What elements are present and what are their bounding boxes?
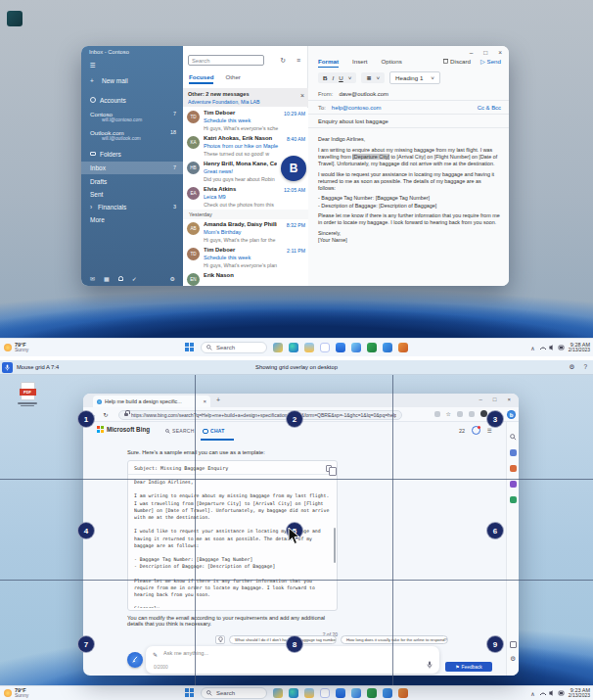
grid-cell-6[interactable]: 6 (486, 522, 504, 539)
minimize-button[interactable]: – (470, 49, 474, 56)
tab-options[interactable]: Options (381, 58, 401, 68)
tab-insert[interactable]: Insert (352, 58, 367, 68)
chevron-down-icon[interactable]: ˅ (374, 74, 382, 81)
refresh-button[interactable]: ↻ (103, 411, 108, 418)
suggestion-chip[interactable]: What should I do if I don't have the bag… (229, 635, 337, 644)
tray-chevron-icon[interactable]: ∧ (530, 345, 534, 351)
message-row[interactable]: EN Erik Nason (183, 270, 308, 286)
taskbar-icon-teams-chat[interactable] (320, 343, 330, 352)
close-button[interactable]: × (507, 397, 511, 402)
taskbar-icon-excel[interactable] (367, 343, 377, 352)
rewards-points[interactable]: 22 (459, 428, 465, 434)
sidebar-search-icon[interactable] (510, 434, 517, 441)
start-button[interactable] (185, 688, 195, 698)
taskbar-icon-store[interactable] (336, 343, 345, 352)
taskbar-clock[interactable]: 9:28 AM2/13/2023 (569, 342, 590, 353)
tab-search[interactable]: SEARCH (165, 428, 195, 434)
tab-focused[interactable]: Focused (189, 73, 213, 84)
filter-icon[interactable]: ≡ (296, 57, 300, 64)
bing-sidebar-button[interactable]: b (507, 410, 516, 419)
taskbar-icon-edge[interactable] (289, 688, 298, 698)
desktop-pdf-file[interactable]: PDF (16, 382, 39, 407)
from-row[interactable]: From: dave@outlook.com (308, 87, 509, 101)
tray-chevron-icon[interactable]: ∧ (530, 690, 534, 697)
bing-logo[interactable]: Microsoft Bing (97, 426, 150, 433)
taskbar-icon-teams-chat[interactable] (320, 688, 330, 698)
desktop-shortcut-icon[interactable] (7, 11, 23, 26)
subject-row[interactable]: Enquiry about lost baggage (308, 115, 509, 128)
grid-cell-4[interactable]: 4 (77, 522, 95, 539)
taskbar-clock[interactable]: 9:23 AM2/13/2023 (569, 687, 590, 699)
taskbar-icon-excel[interactable] (367, 688, 377, 698)
taskbar-icon-photos[interactable] (351, 343, 361, 352)
browser-tab[interactable]: Help me build a design specific... × (93, 396, 210, 407)
sidebar-item-more[interactable]: More (81, 213, 183, 225)
favorites-star-icon[interactable]: ☆ (446, 410, 451, 417)
tray-status-icons[interactable] (539, 689, 565, 697)
email-body[interactable]: Dear Indigo Airlines, I am writing to en… (318, 136, 500, 248)
microphone-icon[interactable] (427, 661, 433, 669)
italic-button[interactable]: I (330, 74, 336, 81)
sidebar-office-icon[interactable] (510, 481, 517, 488)
address-bar[interactable]: https://www.bing.com/search?q=Help+me+bu… (118, 410, 402, 420)
message-row[interactable]: KA Katri Ahokas, Erik Nason 8:40 AM Phot… (183, 133, 308, 159)
tray-status-icons[interactable] (539, 344, 565, 351)
taskbar-icon-file-explorer[interactable] (304, 343, 314, 352)
sidebar-tools-icon[interactable] (510, 496, 517, 503)
weather-widget[interactable]: 79°FSunny (0, 687, 59, 699)
hamburger-menu-icon[interactable]: ☰ (487, 428, 492, 434)
chevron-down-icon[interactable]: ˅ (346, 74, 354, 81)
tab-close-icon[interactable]: × (203, 398, 206, 404)
sidebar-item-sent[interactable]: Sent (81, 188, 183, 200)
sidebar-shopping-icon[interactable] (510, 465, 517, 472)
rewards-badge-icon[interactable] (472, 426, 480, 435)
sidebar-tool-icon[interactable] (510, 449, 517, 456)
recipient-avatar-badge[interactable]: B (281, 156, 306, 181)
bold-button[interactable]: B (321, 74, 329, 81)
start-button[interactable] (185, 343, 195, 352)
new-mail-button[interactable]: +New mail (81, 74, 183, 86)
tab-chat[interactable]: CHAT (203, 428, 225, 434)
close-button[interactable]: × (498, 49, 502, 56)
taskbar-icon-store[interactable] (336, 688, 345, 698)
underline-button[interactable]: U (337, 74, 344, 81)
extensions-icon[interactable] (469, 411, 475, 417)
people-icon[interactable] (118, 276, 123, 281)
taskbar-search[interactable]: Search (201, 687, 267, 699)
folders-section[interactable]: Folders (81, 148, 183, 160)
hamburger-menu-button[interactable]: ☰ (81, 60, 183, 71)
grid-cell-9[interactable]: 9 (486, 635, 504, 653)
to-row[interactable]: To: help@contoso.com Cc & Bcc (308, 101, 509, 115)
taskbar-search[interactable]: Search (201, 342, 267, 353)
taskbar-icon-photos[interactable] (351, 688, 361, 698)
taskbar-icon-widgets[interactable] (273, 343, 283, 352)
minimize-button[interactable]: – (479, 397, 482, 402)
grid-cell-8[interactable]: 8 (286, 635, 303, 653)
help-icon[interactable]: ? (583, 363, 587, 371)
grid-cell-3[interactable]: 3 (486, 410, 504, 428)
taskbar-icon-mail[interactable] (383, 343, 392, 352)
new-tab-button[interactable]: + (216, 397, 220, 403)
cc-bcc-button[interactable]: Cc & Bcc (478, 105, 501, 111)
other-messages-banner[interactable]: Other: 2 new messages Adventure Foundati… (183, 88, 308, 107)
bullet-list-button[interactable]: ≣ (364, 74, 373, 81)
search-input[interactable] (188, 55, 264, 66)
card-body-text[interactable]: Dear Indigo Airlines, I am writing to en… (134, 479, 330, 608)
taskbar-icon-edge[interactable] (289, 343, 298, 352)
collections-icon[interactable] (457, 411, 463, 417)
grid-cell-1[interactable]: 1 (77, 410, 95, 428)
tab-format[interactable]: Format (318, 58, 339, 68)
grid-cell-7[interactable]: 7 (77, 635, 95, 653)
settings-gear-icon[interactable]: ⚙ (170, 275, 175, 282)
card-scrollbar[interactable] (334, 528, 336, 563)
tab-other[interactable]: Other (225, 73, 240, 84)
taskbar-icon-widgets[interactable] (273, 688, 283, 698)
sidebar-clipboard-icon[interactable] (510, 641, 517, 648)
maximize-button[interactable]: □ (483, 49, 487, 56)
chat-input[interactable] (163, 650, 359, 656)
weather-widget[interactable]: 79°FSunny (0, 342, 59, 353)
mail-icon[interactable]: ✉ (90, 275, 95, 282)
new-topic-button[interactable] (127, 652, 143, 668)
accounts-section[interactable]: Accounts (81, 94, 183, 106)
settings-gear-icon[interactable]: ⚙ (570, 363, 575, 371)
